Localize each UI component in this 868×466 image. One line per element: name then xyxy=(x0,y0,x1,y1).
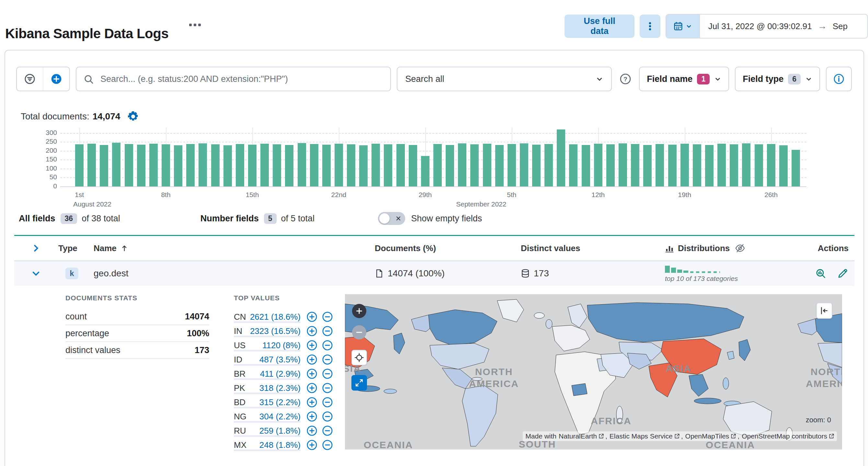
histogram-bar[interactable] xyxy=(779,145,788,187)
histogram-bar[interactable] xyxy=(792,150,800,187)
filter-for-value-button[interactable] xyxy=(306,326,317,337)
histogram-bar[interactable] xyxy=(162,144,170,187)
histogram-bar[interactable] xyxy=(347,144,355,187)
histogram-bar[interactable] xyxy=(174,145,182,187)
histogram-bar[interactable] xyxy=(446,145,454,187)
date-quick-select-button[interactable] xyxy=(666,14,700,38)
filter-out-value-button[interactable] xyxy=(322,439,333,451)
top-value-count[interactable]: 487 (3.5%) xyxy=(259,355,301,365)
histogram-bar[interactable] xyxy=(458,143,466,187)
histogram-bar[interactable] xyxy=(582,145,590,187)
collapse-row-button[interactable] xyxy=(31,269,41,278)
attribution-link[interactable]: Elastic Maps Service xyxy=(610,432,683,440)
filter-for-value-button[interactable] xyxy=(306,439,317,451)
histogram-bar[interactable] xyxy=(88,144,96,187)
histogram-bar[interactable] xyxy=(520,143,528,187)
histogram-bar[interactable] xyxy=(655,144,664,187)
histogram-bar[interactable] xyxy=(668,145,677,187)
histogram-bar[interactable] xyxy=(149,144,158,187)
date-end-button[interactable]: Sep xyxy=(833,21,847,31)
map-expand-button[interactable] xyxy=(351,375,367,391)
histogram-bar[interactable] xyxy=(532,145,540,187)
help-button[interactable]: ? xyxy=(618,67,633,91)
histogram-bar[interactable] xyxy=(470,144,479,187)
histogram-bar[interactable] xyxy=(371,144,380,187)
histogram-bar[interactable] xyxy=(125,144,133,187)
top-value-count[interactable]: 304 (2.2%) xyxy=(259,412,301,422)
histogram-bar[interactable] xyxy=(112,143,121,187)
histogram-bar[interactable] xyxy=(433,144,442,187)
histogram-bar[interactable] xyxy=(310,144,318,187)
th-distinct-values[interactable]: Distinct values xyxy=(521,243,580,254)
histogram-bar[interactable] xyxy=(507,144,516,187)
th-name[interactable]: Name xyxy=(94,243,128,254)
filter-out-value-button[interactable] xyxy=(322,397,333,408)
histogram-bar[interactable] xyxy=(409,145,417,187)
choropleth-map[interactable]: NORTH AMERICA NORTH AMERICA ASIA ASIA AF… xyxy=(345,294,842,450)
map-legend-toggle-button[interactable] xyxy=(816,303,832,319)
field-row-geo-dest[interactable]: k geo.dest 14074 (100%) 173 xyxy=(14,261,855,286)
top-value-count[interactable]: 248 (1.8%) xyxy=(259,440,301,450)
filter-for-value-button[interactable] xyxy=(306,397,317,408)
filter-out-value-button[interactable] xyxy=(322,326,333,337)
histogram-bar[interactable] xyxy=(557,129,565,187)
filter-for-value-button[interactable] xyxy=(306,340,317,351)
filter-out-value-button[interactable] xyxy=(322,368,333,379)
explore-in-lens-button[interactable] xyxy=(815,268,826,279)
distribution-mini-chart[interactable] xyxy=(665,264,721,273)
histogram-bar[interactable] xyxy=(236,144,244,187)
histogram-bar[interactable] xyxy=(211,144,220,187)
chart-settings-button[interactable] xyxy=(126,111,140,122)
histogram-bar[interactable] xyxy=(75,144,84,187)
top-value-count[interactable]: 315 (2.2%) xyxy=(259,397,301,407)
histogram-bar[interactable] xyxy=(619,143,627,187)
histogram-bar[interactable] xyxy=(631,144,639,187)
attribution-link[interactable]: OpenMapTiles xyxy=(685,432,740,440)
histogram-bar[interactable] xyxy=(137,145,146,187)
histogram-bar[interactable] xyxy=(285,145,293,187)
histogram-bar[interactable] xyxy=(705,145,714,187)
histogram-bar[interactable] xyxy=(717,144,726,187)
histogram-bar[interactable] xyxy=(335,144,343,187)
histogram-bar[interactable] xyxy=(594,144,602,187)
filter-out-value-button[interactable] xyxy=(322,425,333,436)
filter-for-value-button[interactable] xyxy=(306,368,317,379)
histogram-bar[interactable] xyxy=(767,144,775,187)
filter-for-value-button[interactable] xyxy=(306,425,317,436)
histogram-bar[interactable] xyxy=(359,145,368,187)
histogram-bar[interactable] xyxy=(643,145,652,187)
attribution-link[interactable]: OpenStreetMap contributors xyxy=(742,432,834,440)
filter-out-value-button[interactable] xyxy=(322,354,333,365)
histogram-bar[interactable] xyxy=(730,144,738,187)
histogram-bar[interactable] xyxy=(606,144,615,187)
histogram-bar[interactable] xyxy=(273,144,281,187)
more-options-button[interactable] xyxy=(640,14,660,38)
filter-out-value-button[interactable] xyxy=(322,340,333,351)
histogram-bar[interactable] xyxy=(742,143,750,187)
histogram-bar[interactable] xyxy=(223,145,232,187)
th-type[interactable]: Type xyxy=(58,243,78,254)
histogram-bar[interactable] xyxy=(545,144,553,187)
histogram-bar[interactable] xyxy=(421,156,430,187)
hide-distributions-button[interactable] xyxy=(735,243,745,253)
histogram-bar[interactable] xyxy=(100,145,108,187)
expand-all-button[interactable] xyxy=(31,243,41,253)
date-start-button[interactable]: Jul 31, 2022 @ 00:39:02.91 xyxy=(708,21,812,31)
filter-out-value-button[interactable] xyxy=(322,311,333,322)
top-value-count[interactable]: 2323 (16.5%) xyxy=(250,326,301,336)
map-locate-button[interactable] xyxy=(351,350,367,365)
field-name-filter-button[interactable]: Field name 1 xyxy=(639,67,729,91)
add-filter-button[interactable] xyxy=(43,67,69,91)
field-type-filter-button[interactable]: Field type 6 xyxy=(735,67,820,91)
histogram-bar[interactable] xyxy=(260,144,269,187)
histogram-bar[interactable] xyxy=(198,143,207,187)
histogram-bar[interactable] xyxy=(248,145,256,187)
world-map[interactable]: NORTH AMERICA NORTH AMERICA ASIA ASIA AF… xyxy=(345,294,842,450)
histogram-bar[interactable] xyxy=(495,145,504,187)
search-input[interactable] xyxy=(76,67,390,91)
top-value-count[interactable]: 318 (2.3%) xyxy=(259,383,301,393)
filter-out-value-button[interactable] xyxy=(322,411,333,422)
histogram-bar[interactable] xyxy=(298,143,306,187)
page-options-button[interactable] xyxy=(187,23,203,27)
filter-for-value-button[interactable] xyxy=(306,354,317,365)
